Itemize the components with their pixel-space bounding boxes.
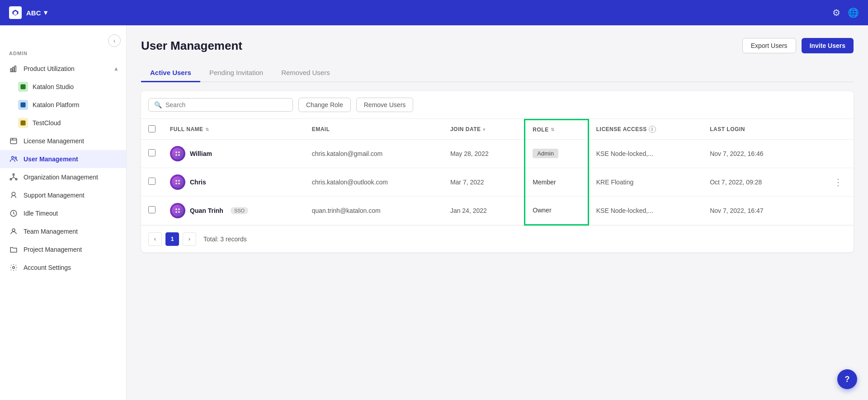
role-value-chris: Member — [533, 179, 556, 186]
sidebar-item-label: Team Management — [24, 228, 78, 235]
sidebar-item-label: Katalon Platform — [33, 101, 80, 108]
page-title: User Management — [141, 39, 242, 53]
search-wrapper[interactable]: 🔍 — [148, 98, 293, 112]
next-page-button[interactable]: › — [183, 232, 196, 246]
sidebar-item-katalon-studio[interactable]: Katalon Studio — [0, 78, 126, 96]
change-role-button[interactable]: Change Role — [298, 98, 351, 112]
license-icon — [9, 136, 18, 146]
svg-point-17 — [12, 192, 15, 196]
sidebar-item-project-management[interactable]: Project Management — [0, 240, 126, 259]
sort-icon: ⇅ — [205, 127, 209, 132]
tab-active-users[interactable]: Active Users — [141, 64, 200, 82]
license-chris: KRE Floating — [588, 168, 703, 196]
search-icon: 🔍 — [154, 101, 162, 108]
sidebar-collapse-button[interactable]: ‹ — [108, 34, 121, 47]
page-header: User Management Export Users Invite User… — [141, 38, 854, 53]
logo — [9, 6, 22, 19]
settings-icon[interactable]: ⚙ — [832, 7, 840, 18]
remove-users-button[interactable]: Remove Users — [356, 98, 414, 112]
svg-rect-5 — [20, 120, 25, 125]
help-button[interactable]: ? — [837, 369, 857, 389]
tab-removed-users[interactable]: Removed Users — [272, 64, 339, 82]
chart-icon — [9, 64, 18, 73]
folder-icon — [9, 245, 18, 254]
sidebar-item-testcloud[interactable]: TestCloud — [0, 114, 126, 132]
email-william: chris.katalon@gmail.com — [305, 139, 443, 168]
col-header-joindate: JOIN DATE ▾ — [443, 120, 525, 140]
sidebar-item-support-management[interactable]: Support Management — [0, 186, 126, 204]
role-chris: Member — [525, 168, 588, 196]
select-all-checkbox[interactable] — [148, 125, 156, 132]
svg-rect-4 — [20, 102, 25, 107]
joindate-quan: Jan 24, 2022 — [443, 196, 525, 225]
testcloud-icon — [18, 118, 28, 128]
search-input[interactable] — [165, 101, 287, 108]
users-icon — [9, 155, 18, 164]
page-1-button[interactable]: 1 — [165, 232, 179, 246]
user-cell-chris: Chris — [170, 174, 297, 190]
sidebar-item-account-settings[interactable]: Account Settings — [0, 259, 126, 277]
email-chris: chris.katalon@outlook.com — [305, 168, 443, 196]
sidebar-item-license-management[interactable]: License Management — [0, 132, 126, 150]
lastlogin-william: Nov 7, 2022, 16:46 — [703, 139, 807, 168]
more-actions-button-chris[interactable]: ⋮ — [830, 175, 846, 189]
admin-label: ADMIN — [0, 51, 126, 60]
col-header-fullname: FULL NAME ⇅ — [163, 120, 305, 140]
user-name-quan: Quan Trinh — [190, 207, 223, 214]
row-checkbox-chris[interactable] — [148, 178, 156, 185]
svg-rect-2 — [14, 66, 16, 72]
users-table: FULL NAME ⇅ EMAIL JOIN DATE — [141, 119, 854, 226]
prev-page-button[interactable]: ‹ — [148, 232, 162, 246]
globe-icon[interactable]: 🌐 — [848, 7, 859, 18]
sidebar-item-label: Support Management — [24, 192, 85, 199]
lastlogin-chris: Oct 7, 2022, 09:28 — [703, 168, 807, 196]
user-name-chris: Chris — [190, 179, 206, 186]
sidebar-item-organization-management[interactable]: Organization Management — [0, 168, 126, 186]
sidebar-item-product-utilization[interactable]: Product Utilization ▲ — [0, 60, 126, 78]
page-header-actions: Export Users Invite Users — [742, 38, 854, 53]
col-header-role: ROLE ⇅ — [525, 120, 588, 140]
avatar-quan — [170, 203, 185, 218]
license-william: KSE Node-locked,... — [588, 139, 703, 168]
settings-gear-icon — [9, 263, 18, 272]
sidebar-item-label: License Management — [24, 137, 84, 145]
sort-active-icon: ▾ — [483, 127, 486, 132]
tab-pending-invitation[interactable]: Pending Invitation — [200, 64, 272, 82]
clock-icon — [9, 209, 18, 218]
sidebar-item-idle-timeout[interactable]: Idle Timeout — [0, 204, 126, 222]
joindate-chris: Mar 7, 2022 — [443, 168, 525, 196]
col-header-email: EMAIL — [305, 120, 443, 140]
svg-rect-0 — [10, 69, 12, 72]
pagination: ‹ 1 › Total: 3 records — [141, 226, 854, 252]
role-sort-icon: ⇅ — [551, 127, 555, 132]
sidebar-item-label: Product Utilization — [24, 65, 75, 72]
info-icon[interactable]: i — [649, 126, 656, 133]
avatar-william — [170, 146, 185, 161]
row-checkbox-william[interactable] — [148, 149, 156, 156]
table-row: William chris.katalon@gmail.com May 28, … — [141, 139, 854, 168]
sidebar-item-user-management[interactable]: User Management — [0, 150, 126, 168]
sidebar: ‹ ADMIN Product Utilization ▲ Katalon St… — [0, 25, 127, 400]
table-row: Chris chris.katalon@outlook.com Mar 7, 2… — [141, 168, 854, 196]
top-nav: ABC ▾ ⚙ 🌐 — [0, 0, 868, 25]
export-users-button[interactable]: Export Users — [742, 38, 796, 53]
svg-rect-1 — [13, 67, 14, 72]
joindate-william: May 28, 2022 — [443, 139, 525, 168]
tabs: Active Users Pending Invitation Removed … — [141, 64, 854, 82]
sidebar-item-label: User Management — [24, 155, 78, 163]
org-selector[interactable]: ABC ▾ — [26, 9, 47, 17]
katalon-studio-icon — [18, 82, 28, 92]
sidebar-item-label: Idle Timeout — [24, 210, 58, 217]
role-william: Admin — [525, 139, 588, 168]
sidebar-item-label: Project Management — [24, 246, 82, 253]
main-content: User Management Export Users Invite User… — [127, 25, 868, 400]
invite-users-button[interactable]: Invite Users — [802, 38, 854, 53]
sidebar-item-label: Organization Management — [24, 174, 98, 181]
sidebar-item-team-management[interactable]: Team Management — [0, 222, 126, 240]
lastlogin-quan: Nov 7, 2022, 16:47 — [703, 196, 807, 225]
row-checkbox-quan[interactable] — [148, 206, 156, 213]
license-quan: KSE Node-locked,... — [588, 196, 703, 225]
avatar-chris — [170, 174, 185, 190]
sidebar-item-katalon-platform[interactable]: Katalon Platform — [0, 96, 126, 114]
role-value-quan: Owner — [533, 207, 551, 214]
